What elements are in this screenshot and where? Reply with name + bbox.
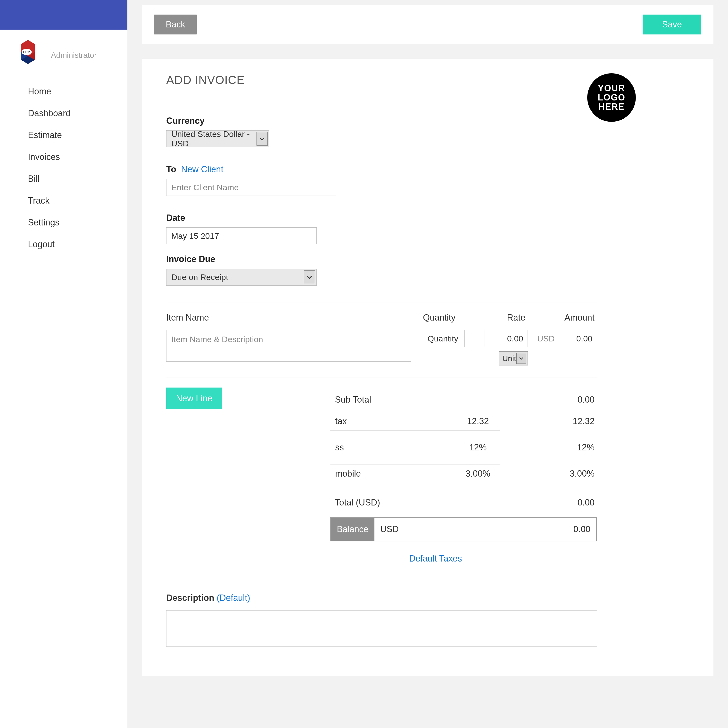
balance-field: USD 0.00 bbox=[375, 518, 596, 541]
client-name-input[interactable]: Enter Client Name bbox=[166, 179, 336, 196]
line-items: Item Name Quantity Rate Amount Item Name… bbox=[166, 312, 597, 366]
sidebar-item-dashboard[interactable]: Dashboard bbox=[0, 102, 127, 124]
new-client-link[interactable]: New Client bbox=[181, 164, 223, 174]
sidebar: CRM Administrator Home Dashboard Estimat… bbox=[0, 0, 127, 728]
tax-row: ss 12% 12% bbox=[330, 438, 597, 457]
sidebar-item-home[interactable]: Home bbox=[0, 81, 127, 102]
date-field: Date May 15 2017 bbox=[166, 213, 689, 245]
crm-logo: CRM bbox=[12, 39, 44, 71]
description-label-row: Description (Default) bbox=[166, 593, 689, 603]
sidebar-item-estimate[interactable]: Estimate bbox=[0, 124, 127, 146]
invoice-due-select[interactable]: Due on Receipt bbox=[166, 269, 317, 286]
balance-currency: USD bbox=[380, 524, 399, 534]
currency-select[interactable]: United States Dollar - USD bbox=[166, 130, 269, 147]
tax-amount: 12.32 bbox=[500, 416, 597, 427]
tax-amount: 12% bbox=[500, 442, 597, 453]
description-textarea[interactable] bbox=[166, 610, 597, 647]
main: Back Save ADD INVOICE YOUR LOGO HERE Cur… bbox=[127, 0, 728, 690]
tax-rate-input[interactable]: 3.00% bbox=[456, 464, 500, 483]
sidebar-nav: Home Dashboard Estimate Invoices Bill Tr… bbox=[0, 78, 127, 255]
sidebar-item-track[interactable]: Track bbox=[0, 190, 127, 212]
invoice-due-field: Invoice Due Due on Receipt bbox=[166, 254, 689, 286]
to-label: To bbox=[166, 164, 176, 174]
balance-label: Balance bbox=[331, 518, 375, 541]
col-rate: Rate bbox=[465, 312, 528, 323]
col-item-name: Item Name bbox=[166, 312, 416, 323]
default-taxes-link[interactable]: Default Taxes bbox=[409, 554, 462, 563]
user-role: Administrator bbox=[51, 51, 97, 60]
logo-placeholder[interactable]: YOUR LOGO HERE bbox=[587, 73, 636, 122]
sidebar-item-invoices[interactable]: Invoices bbox=[0, 146, 127, 168]
invoice-due-select-value: Due on Receipt bbox=[167, 269, 304, 285]
amount-currency: USD bbox=[537, 334, 555, 343]
chevron-down-icon bbox=[304, 270, 315, 284]
subtotal-value: 0.00 bbox=[524, 395, 597, 405]
amount-value: 0.00 bbox=[577, 334, 592, 343]
save-button[interactable]: Save bbox=[642, 15, 701, 34]
logo-placeholder-line: YOUR bbox=[598, 84, 625, 93]
totals-section: New Line Sub Total 0.00 tax 12.32 12.32 … bbox=[166, 387, 597, 541]
to-field: To New Client Enter Client Name bbox=[166, 164, 689, 196]
action-bar: Back Save bbox=[142, 5, 713, 44]
total-label: Total (USD) bbox=[330, 497, 524, 508]
total-value: 0.00 bbox=[524, 497, 597, 508]
tax-rate-input[interactable]: 12.32 bbox=[456, 412, 500, 431]
sidebar-item-settings[interactable]: Settings bbox=[0, 212, 127, 234]
sidebar-topbar bbox=[0, 0, 127, 30]
invoice-form: ADD INVOICE YOUR LOGO HERE Currency Unit… bbox=[142, 59, 713, 676]
description-label: Description bbox=[166, 593, 214, 603]
invoice-due-label: Invoice Due bbox=[166, 254, 689, 264]
chevron-down-icon bbox=[516, 353, 526, 364]
unit-select[interactable]: Unit bbox=[499, 352, 528, 366]
divider bbox=[166, 303, 597, 303]
sidebar-user: CRM Administrator bbox=[0, 30, 127, 78]
total-row: Total (USD) 0.00 bbox=[330, 491, 597, 515]
line-item-row: Item Name & Description Quantity 0.00 Un… bbox=[166, 330, 597, 366]
chevron-down-icon bbox=[257, 132, 268, 145]
divider bbox=[166, 378, 597, 378]
totals: Sub Total 0.00 tax 12.32 12.32 ss 12% 12… bbox=[330, 387, 597, 541]
tax-amount: 3.00% bbox=[500, 469, 597, 479]
tax-row: tax 12.32 12.32 bbox=[330, 412, 597, 431]
logo-placeholder-line: HERE bbox=[598, 102, 625, 112]
unit-select-value: Unit bbox=[499, 354, 516, 363]
balance-value: 0.00 bbox=[574, 524, 590, 534]
tax-rate-input[interactable]: 12% bbox=[456, 438, 500, 457]
description-default-link[interactable]: (Default) bbox=[217, 593, 250, 603]
default-taxes-row: Default Taxes bbox=[274, 554, 597, 564]
quantity-input[interactable]: Quantity bbox=[421, 330, 465, 347]
date-input[interactable]: May 15 2017 bbox=[166, 227, 317, 245]
back-button[interactable]: Back bbox=[154, 15, 197, 34]
tax-name-input[interactable]: ss bbox=[330, 438, 456, 457]
subtotal-label: Sub Total bbox=[330, 395, 524, 405]
currency-select-value: United States Dollar - USD bbox=[167, 130, 257, 147]
new-line-button[interactable]: New Line bbox=[166, 387, 222, 409]
sidebar-item-bill[interactable]: Bill bbox=[0, 168, 127, 190]
item-description-input[interactable]: Item Name & Description bbox=[166, 330, 411, 362]
amount-display: USD 0.00 bbox=[533, 330, 597, 347]
logo-placeholder-line: LOGO bbox=[598, 93, 626, 102]
sidebar-item-logout[interactable]: Logout bbox=[0, 234, 127, 255]
tax-name-input[interactable]: tax bbox=[330, 412, 456, 431]
col-amount: Amount bbox=[528, 312, 597, 323]
tax-row: mobile 3.00% 3.00% bbox=[330, 464, 597, 483]
line-items-header: Item Name Quantity Rate Amount bbox=[166, 312, 597, 323]
date-label: Date bbox=[166, 213, 689, 223]
balance-row: Balance USD 0.00 bbox=[330, 517, 597, 541]
rate-input[interactable]: 0.00 bbox=[485, 330, 528, 347]
tax-name-input[interactable]: mobile bbox=[330, 464, 456, 483]
subtotal-row: Sub Total 0.00 bbox=[330, 387, 597, 412]
svg-text:CRM: CRM bbox=[23, 50, 30, 54]
col-quantity: Quantity bbox=[416, 312, 465, 323]
